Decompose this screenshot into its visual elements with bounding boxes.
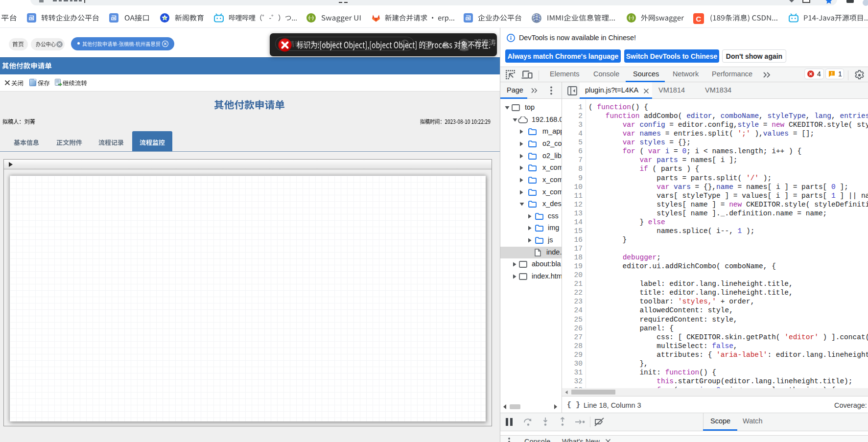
svg-text:C: C — [696, 15, 702, 23]
